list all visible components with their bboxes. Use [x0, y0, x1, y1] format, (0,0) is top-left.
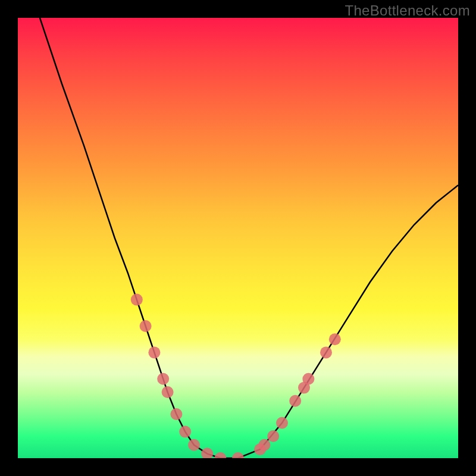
curve-layer: [40, 18, 458, 458]
data-marker: [188, 439, 200, 451]
data-marker: [214, 452, 226, 458]
data-marker: [289, 395, 301, 407]
data-marker: [232, 452, 244, 458]
data-marker: [162, 386, 174, 398]
data-marker: [148, 346, 160, 358]
data-marker: [131, 294, 143, 306]
data-marker: [320, 346, 332, 358]
bottleneck-curve: [40, 18, 458, 458]
data-marker: [140, 320, 152, 332]
marker-layer: [131, 294, 341, 458]
data-marker: [179, 426, 191, 438]
watermark-text: TheBottleneck.com: [345, 2, 470, 19]
data-marker: [276, 417, 288, 429]
data-marker: [170, 408, 182, 420]
data-marker: [258, 439, 270, 451]
data-marker: [201, 448, 213, 458]
chart-frame: TheBottleneck.com: [0, 0, 476, 476]
curve-svg: [18, 18, 458, 458]
data-marker: [157, 373, 169, 385]
data-marker: [302, 373, 314, 385]
data-marker: [329, 333, 341, 345]
data-marker: [267, 430, 279, 442]
plot-area: [18, 18, 458, 458]
